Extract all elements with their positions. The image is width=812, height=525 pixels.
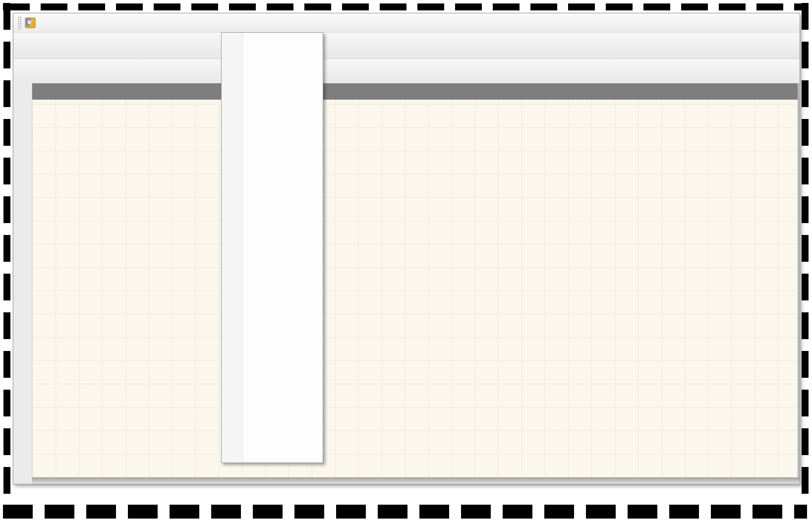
toolbar-main [13,33,800,59]
app-window [13,13,800,484]
decorative-border-bottom [3,505,807,519]
decorative-border-right [802,3,809,503]
canvas-shadow-right [798,83,800,477]
canvas-shadow-bottom [32,477,800,484]
toolbar-grip[interactable] [18,16,21,29]
menu-bar [13,13,800,33]
dxp-logo-icon [25,17,36,28]
decorative-border-top [3,3,807,10]
place-menu-icon-column [222,33,243,463]
document-tab-strip [32,83,798,100]
decorative-border-left [3,3,10,503]
panel-tab-column [13,83,32,484]
place-menu [221,32,323,463]
toolbar-wiring [13,59,800,85]
schematic-canvas[interactable] [32,83,798,477]
